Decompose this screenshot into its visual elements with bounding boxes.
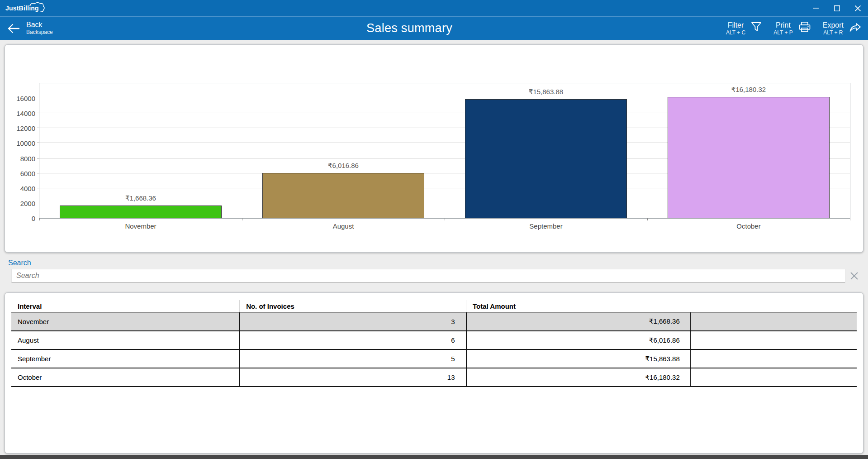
summary-table: Interval No. of Invoices Total Amount No… [11,300,857,387]
filter-funnel-icon [751,21,762,35]
cell-invoices: 5 [240,349,466,368]
print-shortcut: ALT + P [773,29,793,36]
y-axis-label: 8000 [20,154,35,162]
filter-button[interactable]: Filter ALT + C [726,21,762,36]
chart-category: ₹16,180.32October [647,83,850,218]
maximize-icon [834,5,840,11]
window-controls [806,0,868,16]
cell-amount: ₹6,016.86 [466,331,690,349]
bar-value-label: ₹16,180.32 [647,86,850,94]
table-header-row: Interval No. of Invoices Total Amount [11,300,857,312]
cell-filler [690,312,857,331]
y-axis-label: 2000 [20,199,35,207]
bar-value-label: ₹15,863.88 [445,88,647,96]
printer-icon [798,21,811,35]
x-axis-tick [445,218,445,220]
column-header-amount[interactable]: Total Amount [466,300,690,312]
titlebar: JustBilling [0,0,868,16]
y-axis-label: 4000 [20,184,35,192]
table-row[interactable]: September5₹15,863.88 [11,349,857,368]
print-label: Print [776,21,791,29]
y-axis-label: 14000 [16,110,35,117]
chart-bar[interactable] [465,99,627,218]
close-button[interactable] [847,0,868,16]
close-icon [855,5,861,11]
cell-interval: November [11,312,240,331]
command-actions: Filter ALT + C Print ALT + P [726,21,862,36]
search-input[interactable] [11,269,845,282]
x-axis-tick [39,218,40,220]
export-button[interactable]: Export ALT + R [823,21,862,36]
y-axis-label: 0 [32,215,35,222]
cell-filler [690,349,857,368]
filter-shortcut: ALT + C [726,29,745,36]
export-shortcut: ALT + R [823,29,843,36]
cell-interval: September [11,349,240,368]
filter-label: Filter [728,21,744,29]
x-axis-category-label: November [39,222,242,230]
chart-bar[interactable] [668,97,830,218]
column-header-interval[interactable]: Interval [11,300,240,312]
column-header-filler [690,300,857,312]
chart-bar[interactable] [60,206,222,218]
y-axis-label: 12000 [16,124,35,132]
back-button[interactable]: Back Backspace [7,21,53,35]
window-bottom-edge [0,455,868,459]
bar-value-label: ₹1,668.36 [39,194,242,202]
chart-plot: 0200040006000800010000120001400016000₹1,… [39,83,850,219]
y-axis-label: 6000 [20,169,35,177]
app-logo: JustBilling [5,5,45,12]
y-axis-label: 16000 [16,95,35,102]
cell-interval: October [11,368,240,387]
cell-invoices: 3 [240,312,466,331]
sales-chart-panel: 0200040006000800010000120001400016000₹1,… [5,44,863,253]
x-axis-tick [850,218,850,220]
cell-invoices: 13 [240,368,466,387]
chart-category: ₹1,668.36November [39,83,242,218]
minimize-button[interactable] [806,0,826,16]
command-bar: Back Backspace Sales summary Filter ALT … [0,16,868,40]
export-share-icon [849,21,862,35]
x-axis-category-label: September [445,222,647,230]
export-label: Export [823,21,844,29]
cell-interval: August [11,331,240,349]
chart-bar[interactable] [262,173,424,218]
back-shortcut: Backspace [26,29,53,36]
page-title: Sales summary [366,21,452,35]
table-row[interactable]: November3₹1,668.36 [11,312,857,331]
clear-x-icon [850,272,858,280]
cell-amount: ₹15,863.88 [466,349,690,368]
summary-table-body: November3₹1,668.36August6₹6,016.86Septem… [11,312,857,387]
cell-amount: ₹1,668.36 [466,312,690,331]
back-label: Back [26,21,53,29]
table-row[interactable]: August6₹6,016.86 [11,331,857,349]
search-row [11,269,863,282]
cell-amount: ₹16,180.32 [466,368,690,387]
maximize-button[interactable] [826,0,847,16]
cell-filler [690,331,857,349]
y-axis-label: 10000 [16,139,35,147]
chart-category: ₹6,016.86August [242,83,445,218]
cell-filler [690,368,857,387]
x-axis-category-label: October [647,222,850,230]
cloud-logo-icon [29,1,47,15]
back-arrow-icon [7,23,20,34]
cell-invoices: 6 [240,331,466,349]
x-axis-tick [242,218,242,220]
minimize-icon [813,5,819,11]
x-axis-category-label: August [242,222,445,230]
chart-category: ₹15,863.88September [445,83,647,218]
search-clear-button[interactable] [845,272,863,280]
bar-value-label: ₹6,016.86 [242,162,445,170]
table-row[interactable]: October13₹16,180.32 [11,368,857,387]
x-axis-tick [647,218,648,220]
print-button[interactable]: Print ALT + P [773,21,811,36]
summary-table-panel: Interval No. of Invoices Total Amount No… [5,292,863,454]
search-label: Search [8,259,868,267]
column-header-invoices[interactable]: No. of Invoices [240,300,466,312]
